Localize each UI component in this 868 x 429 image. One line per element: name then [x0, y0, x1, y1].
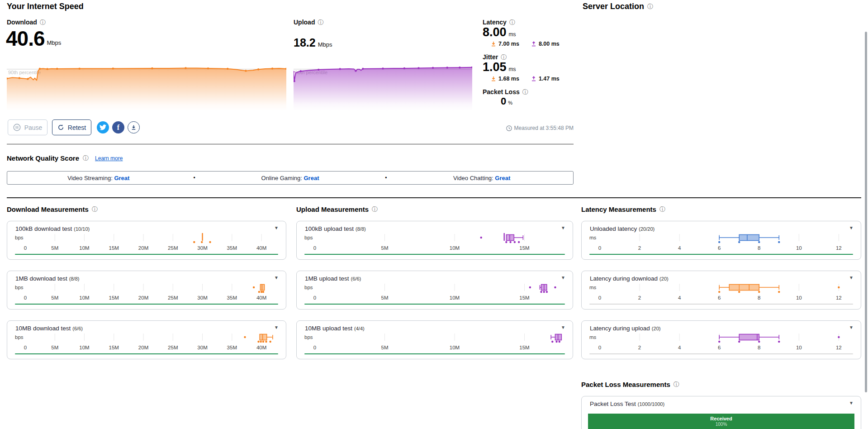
bullet-separator: •: [381, 175, 390, 181]
jitter-subvalues: 1.68 ms 1.47 ms: [491, 76, 575, 82]
info-icon[interactable]: ⓘ: [501, 54, 507, 60]
latency-value-row: 8.00 ms: [483, 26, 575, 38]
section-title: Upload Measurements: [296, 205, 369, 213]
retest-button[interactable]: Retest: [52, 119, 91, 135]
svg-text:10: 10: [796, 295, 802, 300]
section-upload-measurements: Upload Measurementsⓘ100kB upload test(8/…: [296, 205, 573, 370]
info-icon[interactable]: ⓘ: [92, 206, 98, 212]
svg-text:5M: 5M: [381, 345, 389, 350]
latency-metric-label: Latency ⓘ: [483, 19, 575, 26]
download-arrow-icon: [491, 41, 496, 47]
test-progress-line: [15, 254, 278, 255]
jitter-download-sub: 1.68 ms: [491, 76, 519, 82]
expand-caret-icon[interactable]: ▼: [849, 225, 854, 230]
test-progress-line: [304, 304, 565, 305]
info-icon[interactable]: ⓘ: [674, 381, 679, 387]
learn-more-link[interactable]: Learn more: [95, 155, 123, 162]
network-quality-title: Network Quality Score: [7, 154, 79, 162]
info-icon[interactable]: ⓘ: [522, 89, 528, 95]
card-count: (6/6): [351, 276, 361, 281]
download-speed-chart: 90th percentile: [7, 67, 286, 111]
info-icon[interactable]: ⓘ: [318, 19, 323, 25]
card-count: (20): [652, 326, 661, 331]
svg-text:25M: 25M: [168, 345, 178, 350]
info-icon[interactable]: ⓘ: [372, 206, 378, 212]
svg-text:40M: 40M: [256, 345, 266, 350]
section-header: Download Measurementsⓘ: [7, 205, 286, 214]
packet-loss-label: Packet Loss: [483, 88, 520, 95]
quality-value: Great: [114, 175, 129, 181]
section-header: Upload Measurementsⓘ: [296, 205, 573, 214]
upload-speed-svg: 90th percentile: [294, 67, 472, 111]
measured-at: Measured at 3:55:48 PM: [506, 125, 574, 131]
strip-chart: 024681012: [588, 283, 855, 302]
section-download-measurements: Download Measurementsⓘ100kB download tes…: [7, 205, 286, 370]
card-title: 100kB download test(10/10): [15, 225, 90, 232]
upload-metric-label: Upload ⓘ: [294, 19, 323, 26]
section-header: Latency Measurementsⓘ: [581, 205, 861, 214]
svg-text:15M: 15M: [109, 295, 119, 300]
test-progress-line: [304, 254, 565, 255]
strip-chart: 05M10M15M: [303, 233, 567, 252]
download-results-button[interactable]: [128, 121, 140, 133]
svg-text:30M: 30M: [197, 345, 207, 350]
section-header: Packet Loss Measurementsⓘ: [581, 380, 861, 389]
info-icon[interactable]: ⓘ: [83, 155, 89, 161]
packet-loss-metric-label: Packet Loss ⓘ: [483, 88, 575, 95]
info-icon[interactable]: ⓘ: [40, 19, 46, 25]
card-count: (1000/1000): [638, 401, 664, 407]
section-latency-measurements: Latency MeasurementsⓘUnloaded latency(20…: [581, 205, 861, 370]
expand-caret-icon[interactable]: ▼: [561, 275, 565, 280]
expand-caret-icon[interactable]: ▼: [849, 275, 854, 280]
svg-text:0: 0: [313, 345, 316, 350]
expand-caret-icon[interactable]: ▼: [849, 325, 854, 330]
expand-caret-icon[interactable]: ▼: [274, 325, 279, 330]
card-count: (4/4): [354, 326, 365, 331]
expand-caret-icon[interactable]: ▼: [561, 325, 565, 330]
expand-caret-icon[interactable]: ▼: [561, 225, 565, 230]
bar-percent: 100%: [716, 422, 727, 427]
card-title: 10MB download test(6/6): [15, 325, 83, 332]
jitter-unit: ms: [509, 66, 516, 72]
quality-value: Great: [495, 175, 510, 181]
card-title: Latency during download(20): [590, 275, 669, 282]
expand-caret-icon[interactable]: ▼: [274, 225, 279, 230]
jitter-value: 1.05: [483, 61, 507, 73]
upload-value-row: 18.2 Mbps: [294, 37, 332, 48]
strip-chart: 05M10M15M: [303, 283, 567, 302]
pause-button[interactable]: Pause: [8, 119, 47, 135]
download-results-icon: [131, 124, 137, 130]
svg-text:15M: 15M: [109, 345, 119, 350]
section-title: Packet Loss Measurements: [581, 381, 670, 388]
svg-text:5M: 5M: [381, 245, 389, 251]
card-count: (8/8): [356, 226, 366, 232]
share-twitter-button[interactable]: [97, 121, 109, 133]
vertical-scrollbar[interactable]: [865, 32, 867, 392]
facebook-icon: f: [117, 124, 119, 132]
card-count: (6/6): [72, 326, 83, 331]
expand-caret-icon[interactable]: ▼: [849, 400, 854, 405]
share-facebook-button[interactable]: f: [112, 121, 124, 133]
svg-text:12: 12: [836, 295, 842, 300]
svg-text:25M: 25M: [168, 295, 178, 300]
info-icon[interactable]: ⓘ: [659, 206, 665, 212]
strip-chart: 024681012: [588, 233, 855, 252]
svg-text:10M: 10M: [79, 245, 89, 251]
svg-text:20M: 20M: [138, 295, 148, 300]
upload-speed-chart: 90th percentile: [294, 67, 472, 111]
expand-caret-icon[interactable]: ▼: [274, 275, 279, 280]
svg-text:12: 12: [836, 245, 842, 251]
svg-text:6: 6: [718, 345, 721, 350]
info-icon[interactable]: ⓘ: [647, 4, 653, 10]
svg-text:0: 0: [598, 345, 601, 350]
upload-value: 18.2: [294, 37, 316, 48]
svg-text:4: 4: [678, 245, 681, 251]
latency-label: Latency: [483, 19, 507, 26]
svg-text:5M: 5M: [381, 295, 389, 300]
page-title: Your Internet Speed: [7, 2, 84, 11]
card-title: 10MB upload test(4/4): [305, 325, 365, 332]
card-count: (20): [659, 276, 669, 281]
info-icon[interactable]: ⓘ: [509, 19, 515, 25]
refresh-icon: [57, 124, 64, 131]
measurement-card: Latency during download(20)▼ms024681012: [581, 271, 861, 310]
